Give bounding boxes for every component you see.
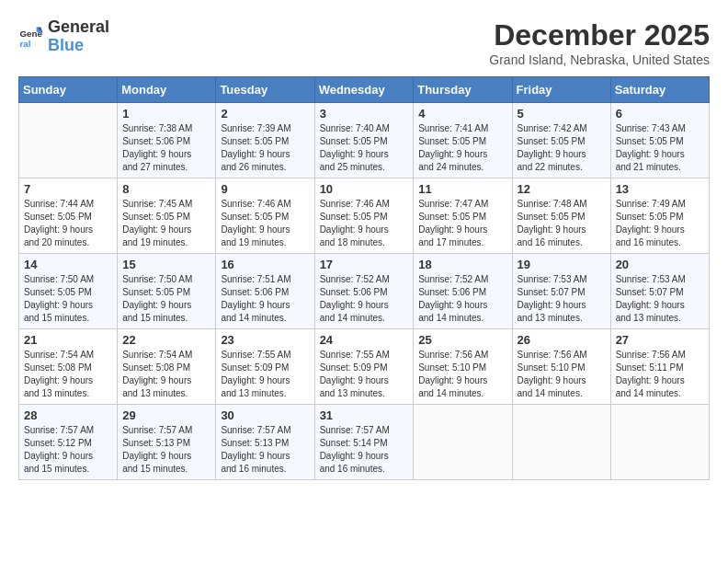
- day-number: 22: [122, 333, 210, 347]
- calendar-cell: [19, 103, 118, 178]
- location: Grand Island, Nebraska, United States: [489, 52, 710, 67]
- day-info: Sunrise: 7:46 AM Sunset: 5:05 PM Dayligh…: [221, 198, 309, 249]
- calendar-cell: 2Sunrise: 7:39 AM Sunset: 5:05 PM Daylig…: [216, 103, 314, 178]
- day-info: Sunrise: 7:52 AM Sunset: 5:06 PM Dayligh…: [418, 273, 506, 325]
- day-info: Sunrise: 7:43 AM Sunset: 5:05 PM Dayligh…: [616, 122, 704, 174]
- calendar-cell: 13Sunrise: 7:49 AM Sunset: 5:05 PM Dayli…: [610, 178, 709, 254]
- calendar-cell: [512, 405, 610, 480]
- logo-text-blue: Blue: [48, 37, 109, 55]
- day-header-friday: Friday: [512, 77, 610, 103]
- calendar-cell: 11Sunrise: 7:47 AM Sunset: 5:05 PM Dayli…: [414, 178, 512, 254]
- day-number: 5: [518, 107, 606, 121]
- calendar-cell: 25Sunrise: 7:56 AM Sunset: 5:10 PM Dayli…: [414, 329, 512, 405]
- calendar-week-row: 14Sunrise: 7:50 AM Sunset: 5:05 PM Dayli…: [19, 254, 710, 329]
- day-header-tuesday: Tuesday: [216, 77, 314, 103]
- calendar-cell: 1Sunrise: 7:38 AM Sunset: 5:06 PM Daylig…: [118, 103, 216, 178]
- day-number: 4: [418, 107, 506, 121]
- calendar-cell: 4Sunrise: 7:41 AM Sunset: 5:05 PM Daylig…: [414, 103, 512, 178]
- day-number: 27: [616, 333, 704, 347]
- day-number: 24: [320, 333, 409, 347]
- day-number: 13: [616, 182, 704, 196]
- day-number: 19: [518, 258, 606, 271]
- day-info: Sunrise: 7:57 AM Sunset: 5:12 PM Dayligh…: [24, 424, 112, 476]
- day-number: 14: [24, 258, 112, 271]
- calendar-cell: 22Sunrise: 7:54 AM Sunset: 5:08 PM Dayli…: [118, 329, 216, 405]
- title-area: December 2025 Grand Island, Nebraska, Un…: [489, 18, 710, 67]
- calendar-cell: 7Sunrise: 7:44 AM Sunset: 5:05 PM Daylig…: [19, 178, 118, 254]
- day-info: Sunrise: 7:46 AM Sunset: 5:05 PM Dayligh…: [320, 198, 409, 249]
- day-info: Sunrise: 7:41 AM Sunset: 5:05 PM Dayligh…: [418, 122, 506, 174]
- calendar-cell: 21Sunrise: 7:54 AM Sunset: 5:08 PM Dayli…: [19, 329, 118, 405]
- day-number: 26: [518, 333, 606, 347]
- calendar-cell: 31Sunrise: 7:57 AM Sunset: 5:14 PM Dayli…: [314, 405, 414, 480]
- calendar-cell: 20Sunrise: 7:53 AM Sunset: 5:07 PM Dayli…: [610, 254, 709, 329]
- day-info: Sunrise: 7:56 AM Sunset: 5:10 PM Dayligh…: [418, 349, 506, 400]
- day-header-wednesday: Wednesday: [314, 77, 414, 103]
- month-title: December 2025: [489, 18, 710, 52]
- day-info: Sunrise: 7:57 AM Sunset: 5:13 PM Dayligh…: [122, 424, 210, 476]
- logo-icon: Gene ral: [18, 24, 44, 50]
- day-info: Sunrise: 7:52 AM Sunset: 5:06 PM Dayligh…: [320, 273, 409, 325]
- page-header: Gene ral General Blue December 2025 Gran…: [18, 18, 710, 67]
- day-number: 1: [122, 107, 210, 121]
- svg-text:ral: ral: [19, 38, 30, 48]
- calendar-cell: 24Sunrise: 7:55 AM Sunset: 5:09 PM Dayli…: [314, 329, 414, 405]
- day-number: 21: [24, 333, 112, 347]
- day-number: 29: [122, 408, 210, 422]
- calendar-cell: 5Sunrise: 7:42 AM Sunset: 5:05 PM Daylig…: [512, 103, 610, 178]
- calendar-cell: 23Sunrise: 7:55 AM Sunset: 5:09 PM Dayli…: [216, 329, 314, 405]
- calendar-table: SundayMondayTuesdayWednesdayThursdayFrid…: [18, 76, 710, 480]
- day-info: Sunrise: 7:50 AM Sunset: 5:05 PM Dayligh…: [24, 273, 112, 325]
- day-info: Sunrise: 7:44 AM Sunset: 5:05 PM Dayligh…: [24, 198, 112, 249]
- logo: Gene ral General Blue: [18, 18, 109, 55]
- day-number: 20: [616, 258, 704, 271]
- day-header-sunday: Sunday: [19, 77, 118, 103]
- day-number: 30: [221, 408, 309, 422]
- day-number: 16: [221, 258, 309, 271]
- calendar-week-row: 7Sunrise: 7:44 AM Sunset: 5:05 PM Daylig…: [19, 178, 710, 254]
- calendar-cell: 28Sunrise: 7:57 AM Sunset: 5:12 PM Dayli…: [19, 405, 118, 480]
- day-number: 23: [221, 333, 309, 347]
- day-header-saturday: Saturday: [610, 77, 709, 103]
- calendar-cell: 10Sunrise: 7:46 AM Sunset: 5:05 PM Dayli…: [314, 178, 414, 254]
- calendar-cell: 26Sunrise: 7:56 AM Sunset: 5:10 PM Dayli…: [512, 329, 610, 405]
- day-number: 3: [320, 107, 409, 121]
- day-number: 11: [418, 182, 506, 196]
- day-info: Sunrise: 7:48 AM Sunset: 5:05 PM Dayligh…: [518, 198, 606, 249]
- day-number: 31: [320, 408, 409, 422]
- calendar-week-row: 28Sunrise: 7:57 AM Sunset: 5:12 PM Dayli…: [19, 405, 710, 480]
- day-info: Sunrise: 7:49 AM Sunset: 5:05 PM Dayligh…: [616, 198, 704, 249]
- day-info: Sunrise: 7:55 AM Sunset: 5:09 PM Dayligh…: [221, 349, 309, 400]
- calendar-cell: 30Sunrise: 7:57 AM Sunset: 5:13 PM Dayli…: [216, 405, 314, 480]
- calendar-cell: 9Sunrise: 7:46 AM Sunset: 5:05 PM Daylig…: [216, 178, 314, 254]
- day-number: 8: [122, 182, 210, 196]
- day-info: Sunrise: 7:50 AM Sunset: 5:05 PM Dayligh…: [122, 273, 210, 325]
- calendar-cell: [414, 405, 512, 480]
- day-number: 12: [518, 182, 606, 196]
- calendar-week-row: 1Sunrise: 7:38 AM Sunset: 5:06 PM Daylig…: [19, 103, 710, 178]
- day-info: Sunrise: 7:53 AM Sunset: 5:07 PM Dayligh…: [616, 273, 704, 325]
- day-info: Sunrise: 7:54 AM Sunset: 5:08 PM Dayligh…: [24, 349, 112, 400]
- calendar-header-row: SundayMondayTuesdayWednesdayThursdayFrid…: [19, 77, 710, 103]
- day-info: Sunrise: 7:45 AM Sunset: 5:05 PM Dayligh…: [122, 198, 210, 249]
- logo-text-general: General: [48, 18, 109, 37]
- calendar-week-row: 21Sunrise: 7:54 AM Sunset: 5:08 PM Dayli…: [19, 329, 710, 405]
- day-number: 28: [24, 408, 112, 422]
- day-number: 25: [418, 333, 506, 347]
- day-number: 9: [221, 182, 309, 196]
- calendar-cell: 15Sunrise: 7:50 AM Sunset: 5:05 PM Dayli…: [118, 254, 216, 329]
- day-number: 6: [616, 107, 704, 121]
- day-number: 7: [24, 182, 112, 196]
- day-number: 17: [320, 258, 409, 271]
- day-info: Sunrise: 7:55 AM Sunset: 5:09 PM Dayligh…: [320, 349, 409, 400]
- day-header-monday: Monday: [118, 77, 216, 103]
- day-number: 2: [221, 107, 309, 121]
- day-info: Sunrise: 7:42 AM Sunset: 5:05 PM Dayligh…: [518, 122, 606, 174]
- calendar-cell: 19Sunrise: 7:53 AM Sunset: 5:07 PM Dayli…: [512, 254, 610, 329]
- calendar-cell: 17Sunrise: 7:52 AM Sunset: 5:06 PM Dayli…: [314, 254, 414, 329]
- day-number: 15: [122, 258, 210, 271]
- day-number: 10: [320, 182, 409, 196]
- calendar-cell: 29Sunrise: 7:57 AM Sunset: 5:13 PM Dayli…: [118, 405, 216, 480]
- day-info: Sunrise: 7:39 AM Sunset: 5:05 PM Dayligh…: [221, 122, 309, 174]
- calendar-cell: 14Sunrise: 7:50 AM Sunset: 5:05 PM Dayli…: [19, 254, 118, 329]
